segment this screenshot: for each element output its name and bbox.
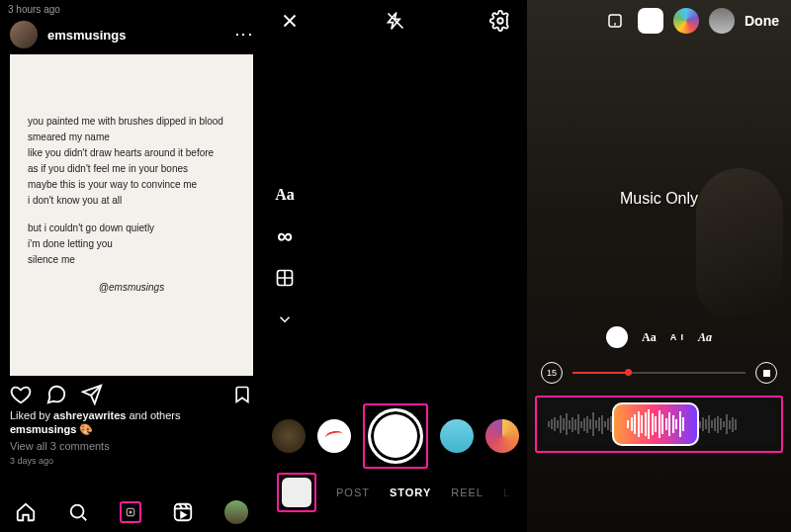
camera-top-bar <box>263 0 527 42</box>
filter-thumb-2[interactable] <box>317 419 351 453</box>
expand-tools-icon[interactable] <box>273 308 297 331</box>
text-tool-icon[interactable]: Aa <box>273 183 297 207</box>
poem-signature: @emsmusings <box>28 280 235 296</box>
post-image[interactable]: you painted me with brushes dipped in bl… <box>10 54 253 376</box>
more-options-icon[interactable]: ⋮ <box>242 26 246 44</box>
lyric-style-picker: Aa A I Aa <box>527 326 791 348</box>
save-icon[interactable] <box>231 384 253 405</box>
post-header: emsmusings ⋮ <box>0 15 263 54</box>
liked-by-text[interactable]: Liked by ashreyawrites and others <box>0 409 263 421</box>
svg-rect-6 <box>646 16 657 27</box>
author-username[interactable]: emsmusings <box>47 28 126 43</box>
feed-panel: 3 hours ago emsmusings ⋮ you painted me … <box>0 0 263 532</box>
tag-people-avatar[interactable] <box>709 8 735 34</box>
style-font-1[interactable]: Aa <box>642 330 657 345</box>
editor-top-bar: Done <box>527 0 791 42</box>
view-comments-link[interactable]: View all 3 comments <box>0 438 263 454</box>
music-display-label: Music Only <box>527 190 791 208</box>
settings-icon[interactable] <box>489 10 511 32</box>
mode-reel[interactable]: REEL <box>451 487 483 498</box>
style-none[interactable] <box>606 326 628 348</box>
filter-thumb-1[interactable] <box>272 419 306 453</box>
gallery-button[interactable] <box>282 478 311 507</box>
done-button[interactable]: Done <box>745 13 779 29</box>
svg-rect-2 <box>175 504 192 521</box>
clip-timeline: 15 <box>527 354 791 392</box>
like-icon[interactable] <box>10 384 32 405</box>
mode-post[interactable]: POST <box>336 487 370 498</box>
effects-icon[interactable] <box>673 8 699 34</box>
camera-modes: POST STORY REEL L <box>263 473 527 512</box>
gallery-highlight <box>277 473 316 512</box>
home-icon[interactable] <box>15 501 37 523</box>
stop-button[interactable] <box>755 362 777 384</box>
shutter-button[interactable] <box>368 408 423 464</box>
profile-avatar-nav[interactable] <box>224 500 248 524</box>
close-icon[interactable] <box>279 10 301 32</box>
post-age: 3 days ago <box>0 454 263 470</box>
camera-side-tools: Aa ∞ <box>273 183 297 331</box>
comment-icon[interactable] <box>45 384 67 405</box>
scrubber-highlight <box>535 396 783 453</box>
top-timestamp: 3 hours ago <box>0 0 263 15</box>
progress-track[interactable] <box>572 372 746 374</box>
layout-icon[interactable] <box>273 266 297 290</box>
filter-thumb-4[interactable] <box>485 419 519 453</box>
search-icon[interactable] <box>67 501 89 523</box>
bottom-nav <box>0 492 263 532</box>
share-icon[interactable] <box>81 384 103 405</box>
shutter-highlight <box>363 403 428 469</box>
poem-stanza-2: but i couldn't go down quietly i'm done … <box>28 221 235 268</box>
flash-off-icon[interactable] <box>385 10 406 32</box>
author-avatar[interactable] <box>10 21 38 48</box>
create-post-icon[interactable] <box>120 501 141 523</box>
sticker-icon[interactable] <box>638 8 663 34</box>
post-actions <box>0 376 263 409</box>
mode-story[interactable]: STORY <box>390 487 431 498</box>
style-font-2[interactable]: A I <box>670 332 684 342</box>
svg-point-3 <box>497 18 503 24</box>
boomerang-icon[interactable]: ∞ <box>273 224 297 248</box>
reels-icon[interactable] <box>172 501 194 523</box>
poem-stanza-1: you painted me with brushes dipped in bl… <box>28 114 235 209</box>
filter-thumb-3[interactable] <box>440 419 474 453</box>
camera-panel: Aa ∞ POST STORY REEL L <box>263 0 527 532</box>
caption-sticker-icon[interactable] <box>602 8 628 34</box>
duration-button[interactable]: 15 <box>541 362 563 384</box>
mode-live[interactable]: L <box>503 487 510 498</box>
style-font-3[interactable]: Aa <box>698 330 712 345</box>
audio-selection-window[interactable] <box>612 402 699 446</box>
music-editor-panel: Done Music Only Aa A I Aa 15 <box>527 0 791 532</box>
svg-point-0 <box>71 505 84 518</box>
post-caption[interactable]: emsmusings 🎨 <box>0 421 263 438</box>
filter-carousel <box>263 403 527 469</box>
